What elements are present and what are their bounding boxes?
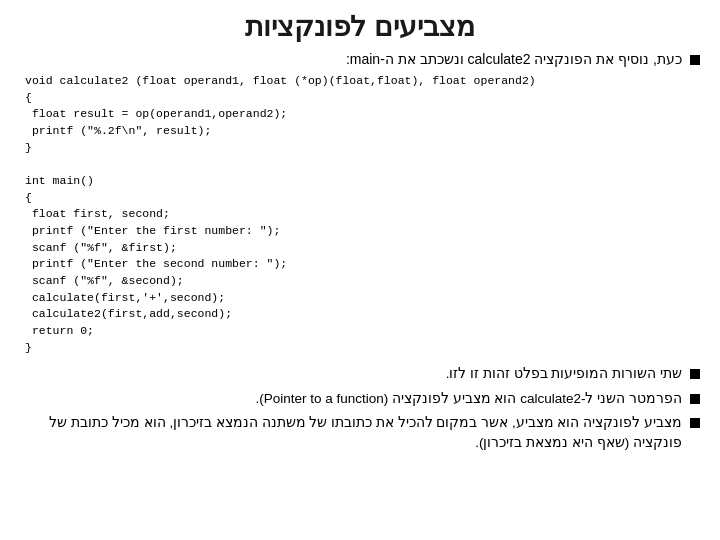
code-line-4: printf ("%.2f\n", result); [25, 124, 211, 137]
code-line-5: } [25, 141, 32, 154]
code-line-2: { [25, 91, 32, 104]
bottom-bullets: שתי השורות המופיעות בפלט זהות זו לזו. הפ… [20, 364, 700, 453]
page-container: מצביעים לפונקציות כעת, נוסיף את הפונקציה… [0, 0, 720, 540]
code-line-16: } [25, 341, 32, 354]
code-line-15: return 0; [25, 324, 94, 337]
code-block: void calculate2 (float operand1, float (… [20, 73, 700, 356]
bottom-bullet-2: הפרמטר השני ל-calculate2 הוא מצביע לפונק… [20, 389, 700, 409]
intro-bullet-text: כעת, נוסיף את הפונקציה calculate2 ונשכתב… [346, 51, 682, 67]
bullet-icon-2 [690, 394, 700, 404]
bottom-bullet-3: מצביע לפונקציה הוא מצביע, אשר במקום להכי… [20, 413, 700, 454]
code-line-7: { [25, 191, 32, 204]
code-line-10: scanf ("%f", &first); [25, 241, 177, 254]
code-line-9: printf ("Enter the first number: "); [25, 224, 280, 237]
code-line-6: int main() [25, 174, 94, 187]
code-line-11: printf ("Enter the second number: "); [25, 257, 287, 270]
bullet-icon [690, 55, 700, 65]
code-line-3: float result = op(operand1,operand2); [25, 107, 287, 120]
code-line-12: scanf ("%f", &second); [25, 274, 184, 287]
code-line-1: void calculate2 (float operand1, float (… [25, 74, 536, 87]
bullet-icon-1 [690, 369, 700, 379]
bottom-bullet-1: שתי השורות המופיעות בפלט זהות זו לזו. [20, 364, 700, 384]
code-line-8: float first, second; [25, 207, 170, 220]
page-title: מצביעים לפונקציות [20, 10, 700, 43]
bottom-bullet-text-2: הפרמטר השני ל-calculate2 הוא מצביע לפונק… [255, 389, 682, 409]
bullet-icon-3 [690, 418, 700, 428]
bottom-bullet-text-1: שתי השורות המופיעות בפלט זהות זו לזו. [446, 364, 682, 384]
code-line-13: calculate(first,'+',second); [25, 291, 225, 304]
code-line-14: calculate2(first,add,second); [25, 307, 232, 320]
intro-bullet: כעת, נוסיף את הפונקציה calculate2 ונשכתב… [20, 51, 700, 67]
bottom-bullet-text-3: מצביע לפונקציה הוא מצביע, אשר במקום להכי… [20, 413, 682, 454]
